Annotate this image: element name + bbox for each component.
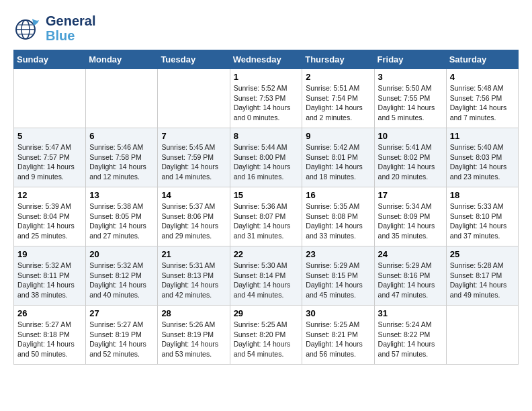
day-number: 31 [378, 308, 443, 318]
days-header-row: SundayMondayTuesdayWednesdayThursdayFrid… [14, 50, 519, 69]
calendar-cell: 6Sunrise: 5:46 AM Sunset: 7:58 PM Daylig… [86, 128, 158, 187]
day-header-thursday: Thursday [302, 50, 374, 69]
day-header-saturday: Saturday [446, 50, 518, 69]
day-header-monday: Monday [86, 50, 158, 69]
day-info: Sunrise: 5:32 AM Sunset: 8:12 PM Dayligh… [89, 261, 154, 300]
calendar-cell [446, 306, 518, 365]
calendar-cell [14, 69, 86, 128]
day-number: 17 [378, 190, 443, 200]
day-info: Sunrise: 5:50 AM Sunset: 7:55 PM Dayligh… [378, 83, 443, 123]
calendar-cell [158, 69, 230, 128]
day-info: Sunrise: 5:29 AM Sunset: 8:16 PM Dayligh… [378, 261, 443, 300]
day-info: Sunrise: 5:33 AM Sunset: 8:10 PM Dayligh… [450, 201, 515, 241]
logo-icon [13, 16, 43, 40]
calendar-cell: 19Sunrise: 5:32 AM Sunset: 8:11 PM Dayli… [14, 246, 86, 306]
day-info: Sunrise: 5:26 AM Sunset: 8:19 PM Dayligh… [161, 320, 226, 359]
calendar-cell: 13Sunrise: 5:38 AM Sunset: 8:05 PM Dayli… [86, 187, 158, 246]
day-number: 8 [234, 131, 299, 141]
week-row-3: 12Sunrise: 5:39 AM Sunset: 8:04 PM Dayli… [14, 187, 519, 246]
calendar-cell: 4Sunrise: 5:48 AM Sunset: 7:56 PM Daylig… [446, 69, 518, 128]
logo-blue-text: Blue [46, 28, 95, 43]
day-number: 6 [89, 131, 154, 141]
day-number: 1 [234, 72, 299, 82]
day-info: Sunrise: 5:42 AM Sunset: 8:01 PM Dayligh… [306, 142, 370, 182]
day-number: 7 [161, 131, 226, 141]
calendar-cell: 1Sunrise: 5:52 AM Sunset: 7:53 PM Daylig… [230, 69, 302, 128]
calendar-cell: 21Sunrise: 5:31 AM Sunset: 8:13 PM Dayli… [158, 246, 230, 306]
day-info: Sunrise: 5:34 AM Sunset: 8:09 PM Dayligh… [378, 201, 443, 241]
day-number: 27 [89, 308, 154, 318]
day-number: 26 [17, 308, 82, 318]
day-number: 20 [89, 249, 154, 259]
day-header-friday: Friday [374, 50, 446, 69]
day-number: 4 [450, 72, 515, 82]
calendar-cell: 29Sunrise: 5:25 AM Sunset: 8:20 PM Dayli… [230, 306, 302, 365]
calendar-cell: 28Sunrise: 5:26 AM Sunset: 8:19 PM Dayli… [158, 306, 230, 365]
day-number: 2 [306, 72, 370, 82]
day-info: Sunrise: 5:39 AM Sunset: 8:04 PM Dayligh… [17, 201, 82, 241]
day-info: Sunrise: 5:46 AM Sunset: 7:58 PM Dayligh… [89, 142, 154, 182]
day-info: Sunrise: 5:38 AM Sunset: 8:05 PM Dayligh… [89, 201, 154, 241]
calendar-cell: 10Sunrise: 5:41 AM Sunset: 8:02 PM Dayli… [374, 128, 446, 187]
calendar-cell [86, 69, 158, 128]
day-info: Sunrise: 5:44 AM Sunset: 8:00 PM Dayligh… [234, 142, 299, 182]
day-info: Sunrise: 5:52 AM Sunset: 7:53 PM Dayligh… [234, 83, 299, 123]
day-header-sunday: Sunday [14, 50, 86, 69]
day-number: 12 [17, 190, 82, 200]
calendar-cell: 5Sunrise: 5:47 AM Sunset: 7:57 PM Daylig… [14, 128, 86, 187]
calendar-cell: 2Sunrise: 5:51 AM Sunset: 7:54 PM Daylig… [302, 69, 374, 128]
day-info: Sunrise: 5:32 AM Sunset: 8:11 PM Dayligh… [17, 261, 82, 300]
day-number: 30 [306, 308, 370, 318]
calendar-cell: 26Sunrise: 5:27 AM Sunset: 8:18 PM Dayli… [14, 306, 86, 365]
calendar-cell: 14Sunrise: 5:37 AM Sunset: 8:06 PM Dayli… [158, 187, 230, 246]
calendar-cell: 7Sunrise: 5:45 AM Sunset: 7:59 PM Daylig… [158, 128, 230, 187]
day-number: 18 [450, 190, 515, 200]
day-number: 14 [161, 190, 226, 200]
day-info: Sunrise: 5:30 AM Sunset: 8:14 PM Dayligh… [234, 261, 299, 300]
calendar-cell: 12Sunrise: 5:39 AM Sunset: 8:04 PM Dayli… [14, 187, 86, 246]
day-info: Sunrise: 5:24 AM Sunset: 8:22 PM Dayligh… [378, 320, 443, 359]
calendar-cell: 15Sunrise: 5:36 AM Sunset: 8:07 PM Dayli… [230, 187, 302, 246]
calendar-cell: 11Sunrise: 5:40 AM Sunset: 8:03 PM Dayli… [446, 128, 518, 187]
day-header-wednesday: Wednesday [230, 50, 302, 69]
day-info: Sunrise: 5:48 AM Sunset: 7:56 PM Dayligh… [450, 83, 515, 123]
day-info: Sunrise: 5:36 AM Sunset: 8:07 PM Dayligh… [234, 201, 299, 241]
day-info: Sunrise: 5:51 AM Sunset: 7:54 PM Dayligh… [306, 83, 370, 123]
week-row-2: 5Sunrise: 5:47 AM Sunset: 7:57 PM Daylig… [14, 128, 519, 187]
calendar-cell: 18Sunrise: 5:33 AM Sunset: 8:10 PM Dayli… [446, 187, 518, 246]
logo-text: General [46, 13, 95, 28]
day-info: Sunrise: 5:28 AM Sunset: 8:17 PM Dayligh… [450, 261, 515, 300]
day-info: Sunrise: 5:41 AM Sunset: 8:02 PM Dayligh… [378, 142, 443, 182]
day-number: 9 [306, 131, 370, 141]
day-number: 21 [161, 249, 226, 259]
calendar-cell: 30Sunrise: 5:25 AM Sunset: 8:21 PM Dayli… [302, 306, 374, 365]
day-number: 28 [161, 308, 226, 318]
day-number: 16 [306, 190, 370, 200]
day-number: 24 [378, 249, 443, 259]
calendar-cell: 27Sunrise: 5:27 AM Sunset: 8:19 PM Dayli… [86, 306, 158, 365]
calendar-cell: 8Sunrise: 5:44 AM Sunset: 8:00 PM Daylig… [230, 128, 302, 187]
day-number: 5 [17, 131, 82, 141]
calendar-table: SundayMondayTuesdayWednesdayThursdayFrid… [13, 50, 519, 365]
calendar-cell: 25Sunrise: 5:28 AM Sunset: 8:17 PM Dayli… [446, 246, 518, 306]
day-info: Sunrise: 5:25 AM Sunset: 8:20 PM Dayligh… [234, 320, 299, 359]
day-number: 23 [306, 249, 370, 259]
calendar-cell: 22Sunrise: 5:30 AM Sunset: 8:14 PM Dayli… [230, 246, 302, 306]
calendar-cell: 31Sunrise: 5:24 AM Sunset: 8:22 PM Dayli… [374, 306, 446, 365]
day-info: Sunrise: 5:45 AM Sunset: 7:59 PM Dayligh… [161, 142, 226, 182]
day-number: 11 [450, 131, 515, 141]
day-number: 19 [17, 249, 82, 259]
day-number: 15 [234, 190, 299, 200]
week-row-1: 1Sunrise: 5:52 AM Sunset: 7:53 PM Daylig… [14, 69, 519, 128]
day-info: Sunrise: 5:27 AM Sunset: 8:19 PM Dayligh… [89, 320, 154, 359]
logo: General Blue [13, 13, 95, 43]
day-number: 10 [378, 131, 443, 141]
day-header-tuesday: Tuesday [158, 50, 230, 69]
week-row-5: 26Sunrise: 5:27 AM Sunset: 8:18 PM Dayli… [14, 306, 519, 365]
calendar-cell: 3Sunrise: 5:50 AM Sunset: 7:55 PM Daylig… [374, 69, 446, 128]
day-info: Sunrise: 5:25 AM Sunset: 8:21 PM Dayligh… [306, 320, 370, 359]
calendar-cell: 20Sunrise: 5:32 AM Sunset: 8:12 PM Dayli… [86, 246, 158, 306]
page-header: General Blue [13, 13, 519, 43]
day-info: Sunrise: 5:47 AM Sunset: 7:57 PM Dayligh… [17, 142, 82, 182]
calendar-cell: 9Sunrise: 5:42 AM Sunset: 8:01 PM Daylig… [302, 128, 374, 187]
